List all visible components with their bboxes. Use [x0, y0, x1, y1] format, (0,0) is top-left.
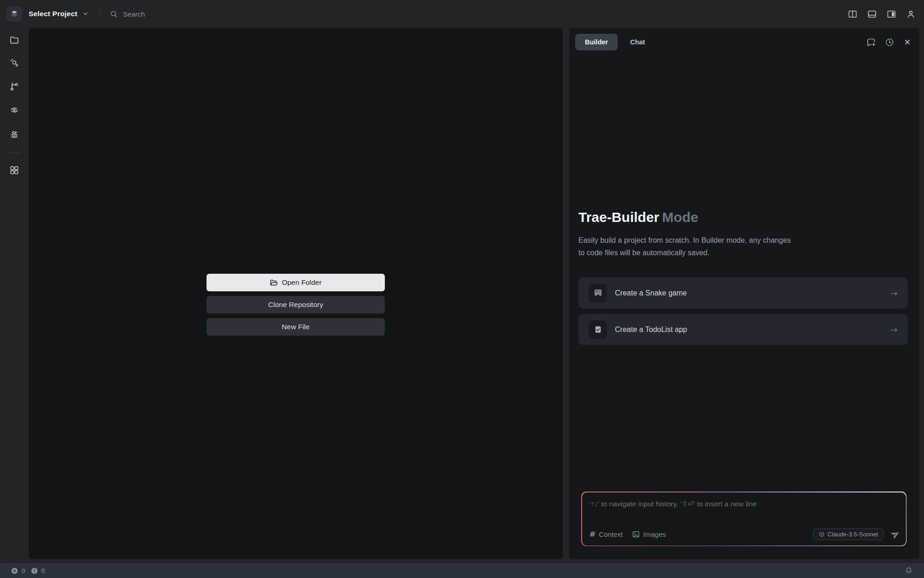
clone-repository-button[interactable]: Clone Repository	[207, 296, 385, 314]
editor-area: Open Folder Clone Repository New File	[29, 28, 563, 559]
panel-description: Easily build a project from scratch. In …	[578, 234, 796, 259]
problems-indicator[interactable]: 0 0	[11, 567, 47, 574]
project-selector-label[interactable]: Select Project	[29, 10, 77, 18]
search-scope-icon[interactable]	[9, 57, 20, 68]
builder-intro: Trae-BuilderMode Easily build a project …	[578, 209, 908, 345]
images-button[interactable]: Images	[632, 530, 666, 538]
history-clock-icon[interactable]	[885, 37, 894, 47]
toggle-right-panel-icon[interactable]	[887, 9, 896, 19]
notifications-bell-icon[interactable]	[905, 566, 913, 575]
toggle-bottom-panel-icon[interactable]	[867, 9, 877, 19]
context-button[interactable]: # Context	[590, 530, 623, 539]
images-label: Images	[643, 530, 666, 538]
extensions-grid-icon[interactable]	[9, 165, 20, 176]
app-logo[interactable]	[6, 6, 22, 22]
card-create-snake-game[interactable]: Create a Snake game →	[578, 277, 908, 308]
debug-bug-icon[interactable]	[9, 129, 20, 141]
arrow-right-icon: →	[890, 324, 898, 335]
hash-icon: #	[590, 530, 596, 539]
new-file-label: New File	[282, 323, 310, 331]
panel-title-suffix: Mode	[662, 209, 698, 225]
panel-header: Builder Chat	[569, 28, 919, 50]
toggle-left-panel-icon[interactable]	[848, 9, 857, 19]
welcome-actions: Open Folder Clone Repository New File	[207, 274, 385, 336]
close-panel-icon[interactable]	[903, 38, 912, 46]
card-label: Create a Snake game	[615, 289, 687, 297]
tab-builder[interactable]: Builder	[575, 34, 618, 50]
error-circle-icon	[11, 567, 18, 574]
layout-controls	[848, 9, 916, 19]
user-account-icon[interactable]	[906, 9, 916, 19]
card-create-todolist-app[interactable]: Create a TodoList app →	[578, 314, 908, 345]
chevron-down-icon[interactable]	[82, 10, 89, 18]
model-cube-icon	[819, 531, 825, 537]
quick-start-cards: Create a Snake game → Create a TodoList …	[578, 277, 908, 345]
image-icon	[632, 530, 640, 538]
ai-panel: Builder Chat Trae-Builde	[569, 28, 919, 559]
gamepad-icon	[593, 288, 603, 298]
panel-title: Trae-BuilderMode	[578, 209, 908, 226]
chat-input-box: '↑↓' to navigate input history, '⇧⏎' to …	[582, 492, 906, 546]
open-folder-label: Open Folder	[282, 278, 322, 287]
rail-divider	[8, 153, 21, 153]
top-bar: Select Project Search	[0, 0, 924, 28]
status-bar: 0 0	[0, 563, 924, 578]
source-control-branch-icon[interactable]	[9, 81, 20, 92]
open-folder-button[interactable]: Open Folder	[207, 274, 385, 291]
card-label: Create a TodoList app	[615, 326, 687, 334]
model-selector[interactable]: Claude-3.5-Sonnet	[813, 529, 883, 540]
todolist-icon	[594, 325, 602, 334]
search-placeholder: Search	[123, 10, 145, 18]
context-label: Context	[599, 530, 623, 538]
preview-eye-icon[interactable]	[9, 105, 20, 116]
search-box[interactable]: Search	[110, 10, 145, 18]
panel-title-main: Trae-Builder	[578, 209, 659, 225]
topbar-divider	[100, 10, 101, 18]
error-count: 0	[22, 567, 25, 574]
card-icon-tile	[589, 284, 607, 302]
clone-repository-label: Clone Repository	[268, 301, 323, 309]
model-name: Claude-3.5-Sonnet	[827, 531, 878, 538]
layers-stack-icon	[10, 10, 18, 18]
chat-input[interactable]: '↑↓' to navigate input history, '⇧⏎' to …	[590, 500, 899, 508]
chat-input-actions: # Context Images Claude-3	[590, 529, 900, 540]
warning-count: 0	[42, 567, 45, 574]
tab-chat[interactable]: Chat	[630, 38, 645, 46]
new-file-button[interactable]: New File	[207, 318, 385, 336]
send-button[interactable]	[891, 529, 900, 539]
explorer-folder-icon[interactable]	[9, 35, 20, 46]
warning-circle-icon	[31, 567, 38, 574]
new-chat-icon[interactable]	[866, 37, 876, 47]
arrow-right-icon: →	[890, 288, 898, 299]
card-icon-tile	[589, 320, 607, 339]
chat-input-container: '↑↓' to navigate input history, '⇧⏎' to …	[581, 492, 906, 546]
panel-header-icons	[866, 37, 912, 47]
search-icon	[110, 10, 118, 18]
open-folder-icon	[270, 279, 278, 287]
